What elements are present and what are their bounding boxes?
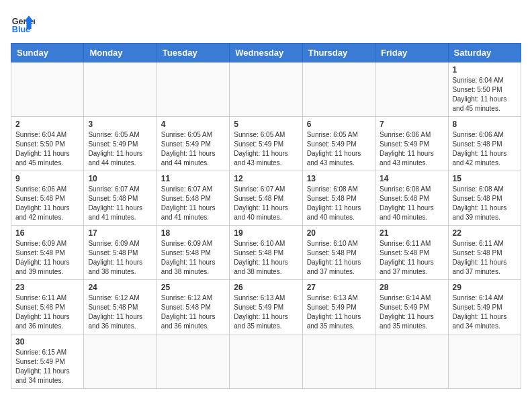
day-info: Sunrise: 6:05 AM Sunset: 5:49 PM Dayligh… — [161, 130, 225, 168]
day-info: Sunrise: 6:05 AM Sunset: 5:49 PM Dayligh… — [307, 130, 371, 168]
day-info: Sunrise: 6:09 AM Sunset: 5:48 PM Dayligh… — [88, 239, 152, 277]
day-number: 3 — [88, 120, 152, 129]
calendar-cell: 27Sunrise: 6:13 AM Sunset: 5:49 PM Dayli… — [302, 280, 375, 334]
day-info: Sunrise: 6:14 AM Sunset: 5:49 PM Dayligh… — [453, 293, 517, 331]
calendar-cell: 17Sunrise: 6:09 AM Sunset: 5:48 PM Dayli… — [84, 226, 157, 280]
calendar-cell — [84, 62, 157, 117]
day-info: Sunrise: 6:07 AM Sunset: 5:48 PM Dayligh… — [161, 185, 225, 222]
logo: General Blue — [11, 11, 35, 35]
calendar-cell: 23Sunrise: 6:11 AM Sunset: 5:48 PM Dayli… — [11, 280, 84, 334]
day-number: 28 — [380, 283, 443, 292]
day-number: 10 — [88, 174, 152, 183]
calendar-cell: 16Sunrise: 6:09 AM Sunset: 5:48 PM Dayli… — [11, 226, 84, 280]
calendar-cell: 14Sunrise: 6:08 AM Sunset: 5:48 PM Dayli… — [375, 171, 448, 226]
day-info: Sunrise: 6:14 AM Sunset: 5:49 PM Dayligh… — [380, 293, 443, 331]
calendar-cell — [302, 334, 375, 389]
day-header-sunday: Sunday — [11, 44, 84, 62]
day-number: 23 — [15, 283, 79, 292]
day-info: Sunrise: 6:15 AM Sunset: 5:49 PM Dayligh… — [15, 348, 79, 385]
day-number: 1 — [453, 65, 517, 75]
day-number: 9 — [15, 174, 79, 183]
day-number: 8 — [453, 120, 517, 129]
calendar-cell — [230, 334, 302, 389]
calendar-cell: 18Sunrise: 6:09 AM Sunset: 5:48 PM Dayli… — [157, 226, 229, 280]
day-info: Sunrise: 6:08 AM Sunset: 5:48 PM Dayligh… — [453, 185, 517, 222]
calendar-week-3: 9Sunrise: 6:06 AM Sunset: 5:48 PM Daylig… — [11, 171, 521, 226]
day-number: 19 — [234, 228, 298, 238]
day-number: 15 — [453, 174, 517, 183]
day-info: Sunrise: 6:07 AM Sunset: 5:48 PM Dayligh… — [88, 185, 152, 222]
day-info: Sunrise: 6:11 AM Sunset: 5:48 PM Dayligh… — [453, 239, 517, 277]
day-number: 25 — [161, 283, 225, 292]
day-info: Sunrise: 6:04 AM Sunset: 5:50 PM Dayligh… — [15, 130, 79, 168]
day-number: 11 — [161, 174, 225, 183]
calendar-cell: 4Sunrise: 6:05 AM Sunset: 5:49 PM Daylig… — [157, 117, 229, 171]
day-number: 6 — [307, 120, 371, 129]
calendar-week-4: 16Sunrise: 6:09 AM Sunset: 5:48 PM Dayli… — [11, 226, 521, 280]
day-number: 16 — [15, 228, 79, 238]
calendar-cell: 12Sunrise: 6:07 AM Sunset: 5:48 PM Dayli… — [230, 171, 302, 226]
day-number: 27 — [307, 283, 371, 292]
day-info: Sunrise: 6:10 AM Sunset: 5:48 PM Dayligh… — [307, 239, 371, 277]
day-number: 14 — [380, 174, 443, 183]
day-info: Sunrise: 6:04 AM Sunset: 5:50 PM Dayligh… — [453, 76, 517, 113]
calendar-cell — [302, 62, 375, 117]
day-info: Sunrise: 6:08 AM Sunset: 5:48 PM Dayligh… — [307, 185, 371, 222]
day-info: Sunrise: 6:06 AM Sunset: 5:48 PM Dayligh… — [453, 130, 517, 168]
day-number: 12 — [234, 174, 298, 183]
day-number: 7 — [380, 120, 443, 129]
day-header-monday: Monday — [84, 44, 157, 62]
day-number: 4 — [161, 120, 225, 129]
calendar-cell — [157, 62, 229, 117]
day-info: Sunrise: 6:06 AM Sunset: 5:48 PM Dayligh… — [15, 185, 79, 222]
calendar-cell: 15Sunrise: 6:08 AM Sunset: 5:48 PM Dayli… — [448, 171, 521, 226]
day-number: 2 — [15, 120, 79, 129]
calendar-cell — [375, 62, 448, 117]
calendar-cell: 6Sunrise: 6:05 AM Sunset: 5:49 PM Daylig… — [302, 117, 375, 171]
day-number: 30 — [15, 337, 79, 347]
day-info: Sunrise: 6:10 AM Sunset: 5:48 PM Dayligh… — [234, 239, 298, 277]
day-number: 24 — [88, 283, 152, 292]
day-info: Sunrise: 6:08 AM Sunset: 5:48 PM Dayligh… — [380, 185, 443, 222]
calendar-cell — [375, 334, 448, 389]
day-info: Sunrise: 6:09 AM Sunset: 5:48 PM Dayligh… — [161, 239, 225, 277]
calendar-cell: 1Sunrise: 6:04 AM Sunset: 5:50 PM Daylig… — [448, 62, 521, 117]
calendar-cell — [84, 334, 157, 389]
day-number: 26 — [234, 283, 298, 292]
calendar-cell: 26Sunrise: 6:13 AM Sunset: 5:49 PM Dayli… — [230, 280, 302, 334]
day-number: 17 — [88, 228, 152, 238]
day-header-tuesday: Tuesday — [157, 44, 229, 62]
day-number: 18 — [161, 228, 225, 238]
calendar-cell: 25Sunrise: 6:12 AM Sunset: 5:48 PM Dayli… — [157, 280, 229, 334]
day-info: Sunrise: 6:06 AM Sunset: 5:49 PM Dayligh… — [380, 130, 443, 168]
day-info: Sunrise: 6:11 AM Sunset: 5:48 PM Dayligh… — [15, 293, 79, 331]
day-header-saturday: Saturday — [448, 44, 521, 62]
calendar-cell: 7Sunrise: 6:06 AM Sunset: 5:49 PM Daylig… — [375, 117, 448, 171]
header: General Blue — [11, 11, 521, 35]
day-number: 29 — [453, 283, 517, 292]
day-info: Sunrise: 6:09 AM Sunset: 5:48 PM Dayligh… — [15, 239, 79, 277]
calendar-cell: 28Sunrise: 6:14 AM Sunset: 5:49 PM Dayli… — [375, 280, 448, 334]
calendar-cell: 10Sunrise: 6:07 AM Sunset: 5:48 PM Dayli… — [84, 171, 157, 226]
calendar-week-2: 2Sunrise: 6:04 AM Sunset: 5:50 PM Daylig… — [11, 117, 521, 171]
day-header-thursday: Thursday — [302, 44, 375, 62]
calendar-cell: 13Sunrise: 6:08 AM Sunset: 5:48 PM Dayli… — [302, 171, 375, 226]
day-number: 5 — [234, 120, 298, 129]
calendar-cell: 30Sunrise: 6:15 AM Sunset: 5:49 PM Dayli… — [11, 334, 84, 389]
day-header-wednesday: Wednesday — [230, 44, 302, 62]
calendar-cell: 24Sunrise: 6:12 AM Sunset: 5:48 PM Dayli… — [84, 280, 157, 334]
calendar-cell: 20Sunrise: 6:10 AM Sunset: 5:48 PM Dayli… — [302, 226, 375, 280]
calendar-cell: 29Sunrise: 6:14 AM Sunset: 5:49 PM Dayli… — [448, 280, 521, 334]
calendar-cell — [157, 334, 229, 389]
logo-svg: General Blue — [11, 11, 35, 35]
calendar-cell: 22Sunrise: 6:11 AM Sunset: 5:48 PM Dayli… — [448, 226, 521, 280]
calendar-cell — [11, 62, 84, 117]
day-info: Sunrise: 6:07 AM Sunset: 5:48 PM Dayligh… — [234, 185, 298, 222]
day-header-friday: Friday — [375, 44, 448, 62]
calendar: SundayMondayTuesdayWednesdayThursdayFrid… — [11, 43, 521, 389]
calendar-week-5: 23Sunrise: 6:11 AM Sunset: 5:48 PM Dayli… — [11, 280, 521, 334]
calendar-cell: 9Sunrise: 6:06 AM Sunset: 5:48 PM Daylig… — [11, 171, 84, 226]
calendar-cell: 3Sunrise: 6:05 AM Sunset: 5:49 PM Daylig… — [84, 117, 157, 171]
calendar-cell: 8Sunrise: 6:06 AM Sunset: 5:48 PM Daylig… — [448, 117, 521, 171]
day-info: Sunrise: 6:12 AM Sunset: 5:48 PM Dayligh… — [88, 293, 152, 331]
